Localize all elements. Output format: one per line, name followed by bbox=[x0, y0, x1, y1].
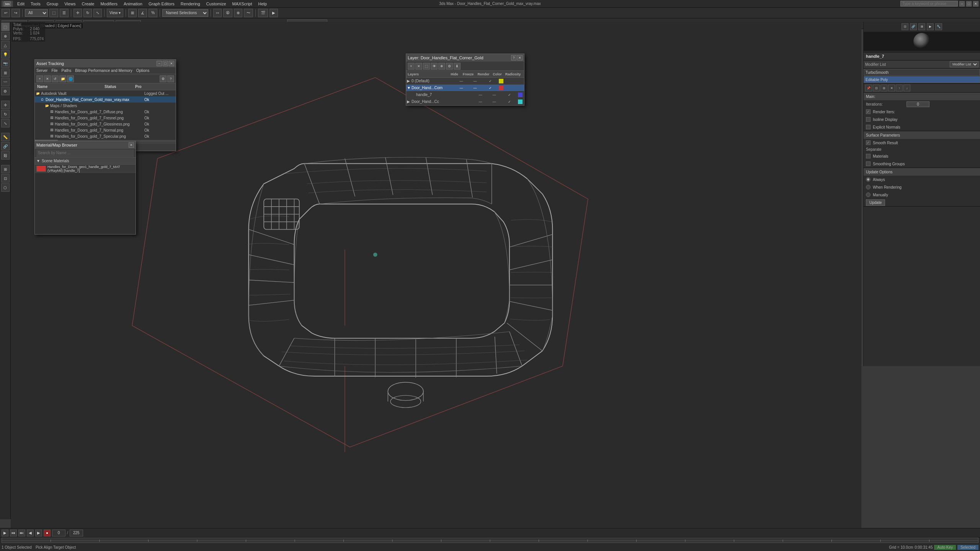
tree-row-gloss[interactable]: 🖼 Handles_for_Doors_gold_7_Glossiness.pn… bbox=[35, 121, 176, 127]
material-item[interactable]: Handles_for_Doors_geo1_handle_gold_7_MAT… bbox=[35, 165, 136, 173]
rotate-btn[interactable]: ↻ bbox=[83, 9, 92, 17]
tool-spacewarps[interactable]: 〰 bbox=[1, 78, 10, 86]
angle-snap-btn[interactable]: ∡ bbox=[138, 9, 147, 17]
percent-snap-btn[interactable]: % bbox=[149, 9, 157, 17]
asset-tracking-tree[interactable]: 📁 Autodesk Vault Logged Out ... 🗋 Door_H… bbox=[35, 90, 176, 139]
mirror-btn[interactable]: ⇿ bbox=[213, 9, 222, 17]
timeline-play-btn[interactable]: ▶ bbox=[2, 530, 8, 536]
material-titlebar[interactable]: Material/Map Browser ✕ bbox=[35, 141, 136, 149]
layer-settings-btn[interactable]: ⚙ bbox=[446, 63, 453, 70]
tree-row-diffuse[interactable]: 🖼 Handles_for_Doors_gold_7_Diffuse.png O… bbox=[35, 109, 176, 115]
material-search-input[interactable] bbox=[36, 150, 134, 156]
layer-merge-btn[interactable]: ⬇ bbox=[454, 63, 461, 70]
ts-isoline-checkbox[interactable] bbox=[866, 117, 871, 122]
always-radio[interactable] bbox=[866, 177, 871, 182]
when-rendering-radio[interactable] bbox=[866, 185, 871, 189]
menu-create[interactable]: Create bbox=[80, 2, 95, 6]
tool-select[interactable]: ⬚ bbox=[1, 23, 10, 31]
menu-edit[interactable]: Edit bbox=[16, 2, 26, 6]
tool-link[interactable]: 🔗 bbox=[1, 142, 10, 150]
close-button[interactable]: ✕ bbox=[973, 1, 978, 7]
layer-select-btn[interactable]: ⬚ bbox=[423, 63, 430, 70]
menu-modifiers[interactable]: Modifiers bbox=[99, 2, 119, 6]
at-btn-help[interactable]: ? bbox=[167, 75, 174, 82]
menu-views[interactable]: Views bbox=[63, 2, 77, 6]
timeline-record-btn[interactable]: ● bbox=[44, 530, 51, 536]
mod-pin-btn[interactable]: 📌 bbox=[865, 85, 872, 91]
layer-close[interactable]: ✕ bbox=[517, 55, 523, 60]
modifier-editable-poly[interactable]: Editable Poly bbox=[864, 76, 980, 83]
tool-snap[interactable]: ⊞ bbox=[1, 165, 10, 173]
reference-dropdown[interactable]: View ▾ bbox=[107, 9, 123, 17]
tool-create[interactable]: ⊕ bbox=[1, 32, 10, 40]
autokey-indicator[interactable]: Auto Key bbox=[934, 545, 956, 550]
materials-checkbox[interactable] bbox=[866, 154, 871, 158]
layer-row-handle7[interactable]: handle_7 — — ✓ bbox=[406, 91, 524, 98]
current-frame-input[interactable] bbox=[52, 530, 65, 536]
layer-hide-btn[interactable]: 👁 bbox=[431, 63, 438, 70]
update-options-header[interactable]: Update Options bbox=[864, 168, 980, 176]
menu-animation[interactable]: Animation bbox=[122, 2, 144, 6]
rpanel-tab-utility[interactable]: 🔧 bbox=[935, 23, 942, 30]
asset-tracking-close[interactable]: ✕ bbox=[169, 61, 174, 66]
menu-maxscript[interactable]: MAXScript bbox=[231, 2, 253, 6]
layer-row-default[interactable]: ▶ 0 (Default) — — ✓ bbox=[406, 78, 524, 85]
curve-editor-btn[interactable]: 〜 bbox=[244, 9, 253, 17]
end-frame-input[interactable] bbox=[70, 530, 83, 536]
maximize-button[interactable]: □ bbox=[966, 1, 972, 7]
layer-row-door[interactable]: ▼ Door_Hand...Corn — — ✓ bbox=[406, 85, 524, 91]
tool-move[interactable]: ✛ bbox=[1, 101, 10, 109]
asset-tracking-minimize[interactable]: − bbox=[157, 61, 162, 66]
turbosmooth-header[interactable]: Main: bbox=[864, 93, 980, 100]
tree-row[interactable]: 📁 Autodesk Vault Logged Out ... bbox=[35, 90, 176, 96]
ts-render-iters-checkbox[interactable] bbox=[866, 109, 871, 114]
render-btn[interactable]: ▶ bbox=[270, 9, 278, 17]
rpanel-tab-bind[interactable]: 🔗 bbox=[910, 23, 917, 30]
mod-del-btn[interactable]: ✕ bbox=[888, 85, 895, 91]
layer-titlebar[interactable]: Layer: Door_Handles_Flat_Corner_Gold ? ✕ bbox=[406, 54, 524, 62]
layer-row-doorcc[interactable]: ▶ Door_Hand...Cc — — ✓ bbox=[406, 98, 524, 105]
mod-show-end-btn[interactable]: ⊡ bbox=[873, 85, 880, 91]
modifier-turbosmooth[interactable]: TurboSmooth bbox=[864, 69, 980, 76]
tool-material-editor[interactable]: ⬡ bbox=[1, 183, 10, 192]
scale-btn[interactable]: ⤡ bbox=[93, 9, 102, 17]
render-setup-btn[interactable]: 🎬 bbox=[258, 9, 268, 17]
layer-help[interactable]: ? bbox=[511, 55, 516, 60]
tool-shapes[interactable]: △ bbox=[1, 41, 10, 49]
search-input[interactable] bbox=[900, 1, 958, 7]
menu-help[interactable]: Help bbox=[257, 2, 268, 6]
timeline-frame-next[interactable]: ▶ bbox=[35, 530, 42, 536]
menu-rendering[interactable]: Rendering bbox=[180, 2, 201, 6]
menu-graph-editors[interactable]: Graph Editors bbox=[147, 2, 176, 6]
mod-down-btn[interactable]: ↓ bbox=[903, 85, 910, 91]
move-btn[interactable]: ✛ bbox=[74, 9, 82, 17]
tool-systems[interactable]: ⚙ bbox=[1, 87, 10, 95]
tree-row-specular[interactable]: 🖼 Handles_for_Doors_gold_7_Specular.png … bbox=[35, 133, 176, 139]
material-search-area[interactable] bbox=[35, 149, 136, 158]
layer-freeze-btn[interactable]: ❄ bbox=[438, 63, 445, 70]
surface-params-header[interactable]: Surface Parameters bbox=[864, 131, 980, 139]
asset-tracking-titlebar[interactable]: Asset Tracking − □ ✕ bbox=[35, 60, 176, 67]
at-btn-refresh[interactable]: ↺ bbox=[52, 75, 59, 82]
tool-helpers[interactable]: ⊞ bbox=[1, 68, 10, 77]
mod-up-btn[interactable]: ↑ bbox=[896, 85, 903, 91]
redo-button[interactable]: ↪ bbox=[11, 9, 20, 17]
layer-btn[interactable]: ⊕ bbox=[234, 9, 242, 17]
tool-rotate[interactable]: ↻ bbox=[1, 110, 10, 118]
layer-new-btn[interactable]: + bbox=[408, 63, 415, 70]
tool-cameras[interactable]: 📷 bbox=[1, 59, 10, 68]
material-section-header[interactable]: ▼ Scene Materials bbox=[35, 158, 136, 165]
tree-row-normal[interactable]: 🖼 Handles_for_Doors_gold_7_Normal.png Ok bbox=[35, 127, 176, 133]
minimize-button[interactable]: − bbox=[959, 1, 965, 7]
menu-group[interactable]: Group bbox=[46, 2, 60, 6]
tree-row-fresnel[interactable]: 🖼 Handles_for_Doors_gold_7_Fresnel.png O… bbox=[35, 115, 176, 121]
at-menu-file[interactable]: File bbox=[51, 68, 57, 73]
modifier-list-dropdown[interactable]: Modifier List bbox=[950, 61, 978, 67]
update-button[interactable]: Update bbox=[866, 199, 885, 206]
ts-iterations-value[interactable]: 0 bbox=[906, 101, 929, 107]
manually-radio[interactable] bbox=[866, 192, 871, 197]
select-btn[interactable]: ⬚ bbox=[49, 9, 58, 17]
tool-measure[interactable]: 📏 bbox=[1, 133, 10, 141]
tool-schematic[interactable]: ⊡ bbox=[1, 174, 10, 183]
at-menu-bitmap[interactable]: Bitmap Performance and Memory bbox=[75, 68, 132, 73]
